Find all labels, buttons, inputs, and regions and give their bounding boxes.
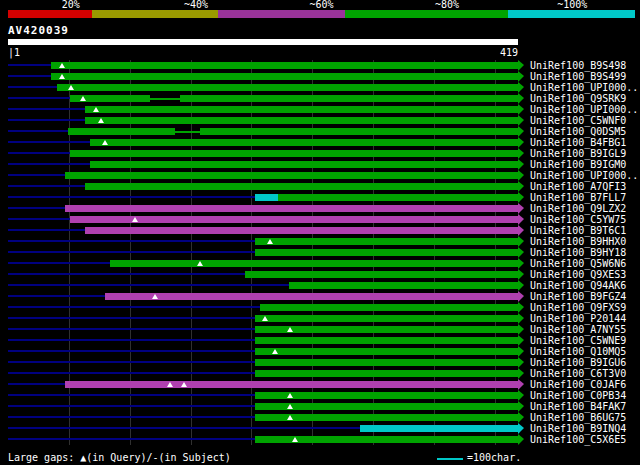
hit-label[interactable]: UniRef100_C5WNE9 bbox=[530, 335, 626, 346]
hit-label[interactable]: UniRef100_Q0DSM5 bbox=[530, 126, 626, 137]
hit-bar-segment[interactable] bbox=[245, 271, 518, 278]
hit-label[interactable]: UniRef100_B4FBG1 bbox=[530, 137, 626, 148]
hit-label[interactable]: UniRef100_P20144 bbox=[530, 313, 626, 324]
hit-bar-segment[interactable] bbox=[255, 238, 518, 245]
hit-bar-segment[interactable] bbox=[90, 139, 518, 146]
hit-bar-segment[interactable] bbox=[57, 84, 518, 91]
hit-bar-segment[interactable] bbox=[278, 194, 518, 201]
hit-label[interactable]: UniRef100_A7QFI3 bbox=[530, 181, 626, 192]
hit-row[interactable]: UniRef100_B9T6C1 bbox=[0, 225, 640, 236]
hit-bar-segment[interactable] bbox=[65, 172, 518, 179]
hit-label[interactable]: UniRef100_B4FAK7 bbox=[530, 401, 626, 412]
hit-bar-segment[interactable] bbox=[65, 381, 518, 388]
hit-bar-segment[interactable] bbox=[68, 128, 175, 135]
hit-label[interactable]: UniRef100_B9HHX0 bbox=[530, 236, 626, 247]
hit-row[interactable]: UniRef100_B6UG75 bbox=[0, 412, 640, 423]
hit-bar-segment[interactable] bbox=[255, 326, 518, 333]
hit-row[interactable]: UniRef100_Q5W6N6 bbox=[0, 258, 640, 269]
hit-label[interactable]: UniRef100_B9IGL9 bbox=[530, 148, 626, 159]
hit-row[interactable]: UniRef100_B9HHX0 bbox=[0, 236, 640, 247]
hit-label[interactable]: UniRef100_Q9LZX2 bbox=[530, 203, 626, 214]
hit-row[interactable]: UniRef100_A7NY55 bbox=[0, 324, 640, 335]
hit-bar-segment[interactable] bbox=[85, 183, 518, 190]
hit-row[interactable]: UniRef100_C5WNF0 bbox=[0, 115, 640, 126]
hit-bar-segment[interactable] bbox=[150, 98, 179, 100]
hit-label[interactable]: UniRef100_C6T3V0 bbox=[530, 368, 626, 379]
hit-label[interactable]: UniRef100_B9IGU6 bbox=[530, 357, 626, 368]
hit-row[interactable]: UniRef100_B9INQ4 bbox=[0, 423, 640, 434]
hit-bar-segment[interactable] bbox=[90, 161, 518, 168]
hit-label[interactable]: UniRef100_Q94AK6 bbox=[530, 280, 626, 291]
hit-row[interactable]: UniRef100_B9HY18 bbox=[0, 247, 640, 258]
hit-label[interactable]: UniRef100_C0PB34 bbox=[530, 390, 626, 401]
hit-label[interactable]: UniRef100_B9HY18 bbox=[530, 247, 626, 258]
hit-row[interactable]: UniRef100_UPI000.. bbox=[0, 170, 640, 181]
hit-label[interactable]: UniRef100_UPI000.. bbox=[530, 104, 638, 115]
hit-bar-segment[interactable] bbox=[200, 128, 518, 135]
hit-bar-segment[interactable] bbox=[51, 73, 518, 80]
hit-bar-segment[interactable] bbox=[255, 249, 518, 256]
hit-bar-segment[interactable] bbox=[105, 293, 518, 300]
hit-bar-segment[interactable] bbox=[289, 282, 518, 289]
hit-row[interactable]: UniRef100_A7QFI3 bbox=[0, 181, 640, 192]
hit-label[interactable]: UniRef100_UPI000.. bbox=[530, 82, 638, 93]
hit-bar-segment[interactable] bbox=[175, 131, 201, 133]
hit-bar-segment[interactable] bbox=[70, 150, 518, 157]
hit-label[interactable]: UniRef100_B9T6C1 bbox=[530, 225, 626, 236]
hit-bar-segment[interactable] bbox=[360, 425, 518, 432]
hit-bar-segment[interactable] bbox=[85, 117, 518, 124]
hit-row[interactable]: UniRef100_C5WNE9 bbox=[0, 335, 640, 346]
hit-bar-segment[interactable] bbox=[255, 194, 278, 201]
hit-label[interactable]: UniRef100_C5WNF0 bbox=[530, 115, 626, 126]
hit-row[interactable]: UniRef100_Q9SRK9 bbox=[0, 93, 640, 104]
hit-row[interactable]: UniRef100_Q10MQ5 bbox=[0, 346, 640, 357]
hit-row[interactable]: UniRef100_P20144 bbox=[0, 313, 640, 324]
hit-label[interactable]: UniRef100_B9S499 bbox=[530, 71, 626, 82]
hit-label[interactable]: UniRef100_Q10MQ5 bbox=[530, 346, 626, 357]
hit-bar-segment[interactable] bbox=[180, 95, 518, 102]
hit-bar-segment[interactable] bbox=[260, 304, 518, 311]
hit-row[interactable]: UniRef100_Q9LZX2 bbox=[0, 203, 640, 214]
hit-row[interactable]: UniRef100_C5YW75 bbox=[0, 214, 640, 225]
hit-bar-segment[interactable] bbox=[85, 227, 518, 234]
hit-row[interactable]: UniRef100_Q9XES3 bbox=[0, 269, 640, 280]
hit-row[interactable]: UniRef100_B9IGL9 bbox=[0, 148, 640, 159]
hit-label[interactable]: UniRef100_UPI000.. bbox=[530, 170, 638, 181]
hit-label[interactable]: UniRef100_Q9FXS9 bbox=[530, 302, 626, 313]
hit-bar-segment[interactable] bbox=[255, 392, 518, 399]
hit-bar-segment[interactable] bbox=[255, 403, 518, 410]
hit-bar-segment[interactable] bbox=[255, 359, 518, 366]
hit-row[interactable]: UniRef100_B9FGZ4 bbox=[0, 291, 640, 302]
hit-row[interactable]: UniRef100_Q0DSM5 bbox=[0, 126, 640, 137]
hit-row[interactable]: UniRef100_B4FAK7 bbox=[0, 401, 640, 412]
hit-bar-segment[interactable] bbox=[110, 260, 518, 267]
hit-label[interactable]: UniRef100_B9FGZ4 bbox=[530, 291, 626, 302]
hit-bar-segment[interactable] bbox=[51, 62, 518, 69]
hit-row[interactable]: UniRef100_B4FBG1 bbox=[0, 137, 640, 148]
hit-label[interactable]: UniRef100_B7FLL7 bbox=[530, 192, 626, 203]
hit-label[interactable]: UniRef100_C5YW75 bbox=[530, 214, 626, 225]
hit-label[interactable]: UniRef100_A7NY55 bbox=[530, 324, 626, 335]
hit-row[interactable]: UniRef100_B9S498 bbox=[0, 60, 640, 71]
hit-label[interactable]: UniRef100_C0JAF6 bbox=[530, 379, 626, 390]
hit-label[interactable]: UniRef100_B9IGM0 bbox=[530, 159, 626, 170]
hit-label[interactable]: UniRef100_Q5W6N6 bbox=[530, 258, 626, 269]
hit-row[interactable]: UniRef100_UPI000.. bbox=[0, 104, 640, 115]
hit-row[interactable]: UniRef100_C0PB34 bbox=[0, 390, 640, 401]
hit-label[interactable]: UniRef100_B6UG75 bbox=[530, 412, 626, 423]
hit-row[interactable]: UniRef100_B9IGU6 bbox=[0, 357, 640, 368]
hit-label[interactable]: UniRef100_C5X6E5 bbox=[530, 434, 626, 445]
hit-row[interactable]: UniRef100_Q9FXS9 bbox=[0, 302, 640, 313]
hit-bar-segment[interactable] bbox=[255, 315, 518, 322]
hit-row[interactable]: UniRef100_B9IGM0 bbox=[0, 159, 640, 170]
hit-row[interactable]: UniRef100_C0JAF6 bbox=[0, 379, 640, 390]
hit-row[interactable]: UniRef100_B9S499 bbox=[0, 71, 640, 82]
hit-bar-segment[interactable] bbox=[65, 205, 518, 212]
hit-row[interactable]: UniRef100_UPI000.. bbox=[0, 82, 640, 93]
hit-label[interactable]: UniRef100_Q9SRK9 bbox=[530, 93, 626, 104]
hit-bar-segment[interactable] bbox=[255, 348, 518, 355]
hit-row[interactable]: UniRef100_B7FLL7 bbox=[0, 192, 640, 203]
hit-bar-segment[interactable] bbox=[85, 106, 518, 113]
hit-bar-segment[interactable] bbox=[255, 370, 518, 377]
hit-label[interactable]: UniRef100_Q9XES3 bbox=[530, 269, 626, 280]
